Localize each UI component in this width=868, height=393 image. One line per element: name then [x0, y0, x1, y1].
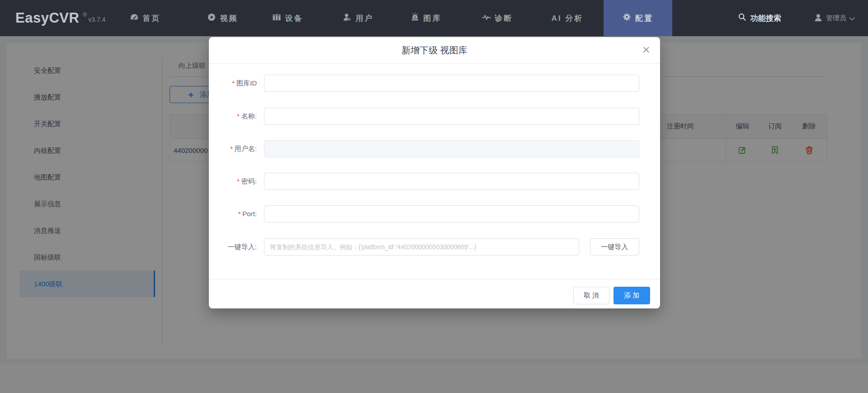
name-label: *名称: — [209, 108, 257, 125]
cancel-button[interactable]: 取 消 — [573, 287, 609, 304]
port-label: *Port: — [209, 205, 257, 223]
nav-item-label: 配置 — [635, 13, 653, 24]
form-row-gallery-id: *图库ID — [209, 75, 660, 92]
password-field[interactable] — [264, 173, 639, 190]
nav-item-video[interactable]: 视频 — [188, 0, 257, 36]
nav-item-users[interactable]: 用户 — [324, 0, 392, 36]
password-label: *密码: — [209, 173, 257, 190]
one-click-import-button[interactable]: 一键导入 — [590, 238, 639, 256]
add-subordinate-gallery-dialog: 新增下级 视图库 × *图库ID *名称: *用户名: *密码: *Port: … — [209, 37, 660, 308]
required-mark: * — [230, 145, 233, 152]
function-search-label: 功能搜索 — [750, 13, 781, 24]
nav-item-label: 视频 — [220, 13, 238, 24]
alarm-lamp-icon — [410, 13, 420, 24]
nav-item-label: 设备 — [285, 13, 303, 24]
nav-item-label: 诊断 — [495, 13, 513, 24]
nav-item-devices[interactable]: 设备 — [253, 0, 322, 36]
dialog-footer: 取 消 添 加 — [209, 279, 660, 308]
top-navbar: EasyCVR ® v3.7.4 首页 视频 设备 用户 图库 诊断 — [0, 0, 868, 36]
required-mark: * — [237, 177, 240, 185]
required-mark: * — [237, 112, 240, 120]
search-icon — [738, 13, 746, 24]
nav-item-config[interactable]: 配置 — [604, 0, 672, 36]
form-row-password: *密码: — [209, 173, 660, 190]
avatar-icon — [814, 13, 823, 24]
username-label: *用户名: — [209, 140, 257, 157]
port-field[interactable] — [264, 205, 639, 223]
gallery-id-field[interactable] — [264, 75, 639, 92]
app-logo: EasyCVR — [15, 10, 79, 26]
play-circle-icon — [207, 13, 216, 24]
chevron-down-icon — [849, 14, 855, 22]
gallery-id-label: *图库ID — [209, 75, 257, 92]
device-icon — [272, 13, 281, 24]
dashboard-icon — [130, 13, 139, 24]
import-field[interactable] — [264, 238, 579, 256]
import-label: 一键导入: — [209, 238, 257, 256]
form-row-username: *用户名: — [209, 140, 660, 157]
pulse-icon — [482, 13, 491, 24]
form-row-name: *名称: — [209, 108, 660, 125]
app-version: v3.7.4 — [88, 16, 105, 23]
user-menu[interactable]: 管理员 — [814, 0, 855, 36]
gear-icon — [623, 13, 631, 24]
required-mark: * — [238, 210, 241, 218]
nav-item-home[interactable]: 首页 — [111, 0, 179, 36]
dialog-header: 新增下级 视图库 × — [209, 37, 660, 64]
form-row-port: *Port: — [209, 205, 660, 223]
brand: EasyCVR ® v3.7.4 — [15, 0, 105, 36]
nav-item-ai-analysis[interactable]: AI 分析 — [533, 0, 602, 36]
close-icon[interactable]: × — [642, 42, 650, 58]
dialog-title: 新增下级 视图库 — [209, 37, 660, 64]
nav-item-label: 首页 — [143, 13, 161, 24]
user-icon — [343, 13, 352, 24]
add-button[interactable]: 添 加 — [613, 287, 650, 304]
required-mark: * — [232, 79, 235, 87]
user-name-label: 管理员 — [826, 14, 846, 23]
nav-item-label: 图库 — [424, 13, 442, 24]
nav-item-diagnosis[interactable]: 诊断 — [463, 0, 532, 36]
nav-item-gallery[interactable]: 图库 — [392, 0, 460, 36]
name-field[interactable] — [264, 108, 639, 125]
nav-item-label: AI 分析 — [552, 13, 584, 24]
app-screen: EasyCVR ® v3.7.4 首页 视频 设备 用户 图库 诊断 — [0, 0, 868, 393]
nav-item-label: 用户 — [356, 13, 374, 24]
username-field[interactable] — [264, 140, 639, 157]
trademark-symbol: ® — [83, 12, 87, 18]
function-search[interactable]: 功能搜索 — [738, 0, 781, 36]
